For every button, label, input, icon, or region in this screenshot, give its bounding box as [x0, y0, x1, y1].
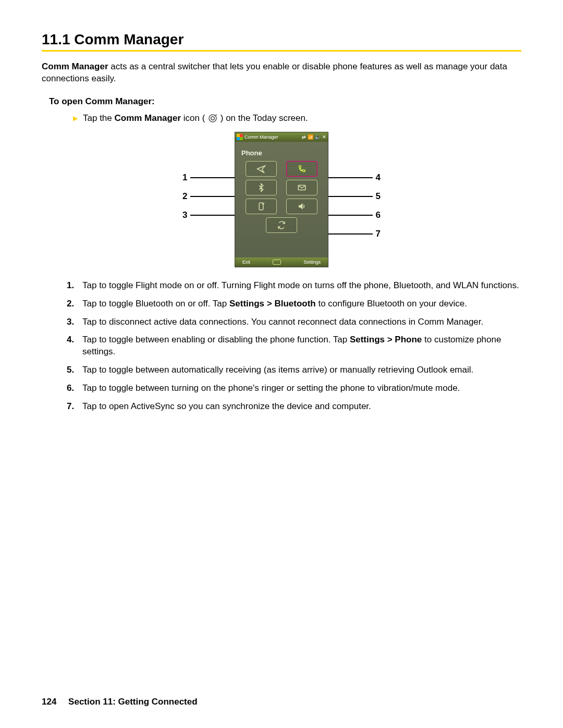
comm-manager-figure: 1 2 3 4 5 6 7 Comm Manager ⇄ 📶 🔈 ✕: [182, 132, 381, 267]
callout-1-label: 1: [182, 172, 187, 183]
device-screenshot: Comm Manager ⇄ 📶 🔈 ✕ Phone: [235, 132, 328, 267]
data-connection-button[interactable]: [246, 199, 277, 214]
item-2-bold: Settings > Bluetooth: [229, 299, 316, 309]
toggle-grid: [235, 161, 328, 233]
soft-left[interactable]: Exit: [242, 260, 250, 265]
section-label: Section 11: Getting Connected: [68, 697, 197, 707]
item-5-text: Tap to toggle between automatically rece…: [82, 365, 473, 375]
keyboard-icon[interactable]: [273, 260, 281, 265]
list-item: Tap to toggle between enabling or disabl…: [67, 334, 521, 358]
item-6-text: Tap to toggle between turning on the pho…: [82, 383, 460, 393]
list-item: Tap to toggle between turning on the pho…: [67, 382, 521, 394]
intro-paragraph: Comm Manager acts as a central switcher …: [42, 61, 521, 85]
callout-5-label: 5: [376, 191, 381, 202]
ringer-button[interactable]: [286, 199, 317, 214]
email-sync-button[interactable]: [286, 180, 317, 195]
item-3-text: Tap to disconnect active data connection…: [82, 317, 483, 327]
page-footer: 124 Section 11: Getting Connected: [42, 697, 198, 707]
open-subhead: To open Comm Manager:: [49, 96, 521, 107]
device-phone-label: Phone: [235, 142, 328, 161]
intro-bold: Comm Manager: [42, 61, 108, 71]
bullet-post: ) on the Today screen.: [218, 113, 308, 123]
page-number: 124: [42, 697, 56, 707]
list-item: Tap to toggle between automatically rece…: [67, 364, 521, 376]
device-softbar: Exit Settings: [235, 257, 328, 267]
bullet-mid: icon (: [181, 113, 207, 123]
volume-icon: 🔈: [315, 134, 321, 140]
numbered-description-list: Tap to toggle Flight mode on or off. Tur…: [67, 280, 521, 413]
signal-icon: 📶: [308, 134, 313, 140]
item-1-text: Tap to toggle Flight mode on or off. Tur…: [82, 280, 519, 290]
connection-icon: ⇄: [302, 134, 306, 140]
play-icon: ▶: [73, 115, 78, 122]
svg-point-1: [211, 117, 214, 120]
bluetooth-button[interactable]: [246, 180, 277, 195]
list-item: Tap to toggle Bluetooth on or off. Tap S…: [67, 298, 521, 310]
phone-toggle-button[interactable]: [286, 161, 317, 177]
list-item: Tap to disconnect active data connection…: [67, 316, 521, 328]
item-4-pre: Tap to toggle between enabling or disabl…: [82, 335, 350, 344]
open-bullet: ▶ Tap the Comm Manager icon ( ) on the T…: [73, 112, 521, 125]
item-7-text: Tap to open ActiveSync so you can synchr…: [82, 401, 371, 411]
item-2-post: to configure Bluetooth on your device.: [316, 299, 467, 309]
start-flag-icon: [237, 134, 243, 140]
activesync-button[interactable]: [266, 217, 297, 233]
device-title: Comm Manager: [244, 134, 278, 140]
soft-right[interactable]: Settings: [303, 260, 321, 265]
flight-mode-button[interactable]: [246, 161, 277, 177]
item-2-pre: Tap to toggle Bluetooth on or off. Tap: [82, 299, 229, 309]
item-4-bold: Settings > Phone: [350, 335, 422, 344]
list-item: Tap to toggle Flight mode on or off. Tur…: [67, 280, 521, 292]
callout-3-label: 3: [182, 210, 187, 220]
intro-rest: acts as a central switcher that lets you…: [42, 61, 507, 83]
callout-2-label: 2: [182, 191, 187, 202]
bullet-pre: Tap the: [83, 113, 115, 123]
bullet-bold: Comm Manager: [115, 113, 181, 123]
close-icon: ✕: [322, 134, 326, 140]
list-item: Tap to open ActiveSync so you can synchr…: [67, 401, 521, 413]
callout-4-label: 4: [376, 172, 381, 183]
callout-6-label: 6: [376, 210, 381, 220]
bullet-text: Tap the Comm Manager icon ( ) on the Tod…: [83, 112, 308, 125]
comm-manager-icon: [207, 113, 218, 124]
device-titlebar: Comm Manager ⇄ 📶 🔈 ✕: [235, 132, 328, 142]
section-heading: 11.1 Comm Manager: [42, 31, 521, 52]
callout-7-label: 7: [376, 229, 381, 239]
